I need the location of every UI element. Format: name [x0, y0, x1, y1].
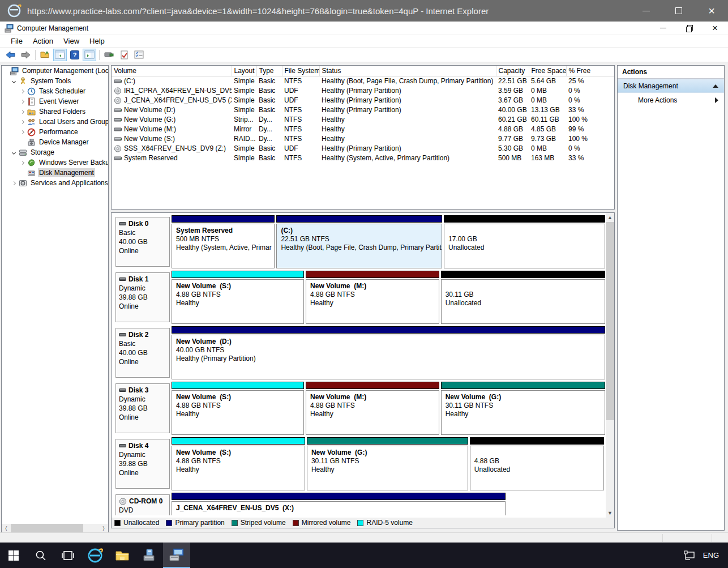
taskbar-computer-management[interactable] [163, 543, 190, 568]
legend-swatch [114, 520, 121, 526]
checklist-icon[interactable] [132, 49, 145, 61]
scroll-right-arrow[interactable]: 〉 [99, 524, 108, 533]
disk-header[interactable]: Disk 1Dynamic39.88 GBOnline [115, 272, 170, 322]
menu-action[interactable]: Action [28, 36, 58, 46]
volume-row[interactable]: IR1_CPRA_X64FREV_EN-US_DV5 (Y:)SimpleBas… [112, 86, 614, 96]
column-header-volume[interactable]: Volume [112, 66, 232, 76]
tree-item-device-manager[interactable]: Device Manager [2, 137, 108, 147]
taskbar-task-view[interactable] [54, 543, 82, 568]
volume-row[interactable]: J_CENA_X64FREV_EN-US_DV5 (X:)SimpleBasic… [112, 96, 614, 105]
menu-help[interactable]: Help [84, 36, 110, 46]
partition-block[interactable]: New Volume (M:)4.88 GB NTFSHealthy [306, 382, 439, 435]
scroll-down-arrow[interactable]: ▼ [606, 509, 614, 518]
collapsed-chevron-icon[interactable] [20, 109, 24, 113]
taskbar-file-explorer[interactable] [109, 543, 136, 568]
partition-block[interactable]: New Volume (G:)30.11 GB NTFSHealthy [307, 437, 468, 490]
partition-block[interactable]: 30.11 GBUnallocated [441, 271, 605, 324]
partition-block[interactable]: New Volume (G:)30.11 GB NTFSHealthy [441, 382, 605, 435]
collapsed-chevron-icon[interactable] [20, 89, 24, 93]
tree-item-services-and-applications[interactable]: Services and Applications [2, 178, 108, 188]
menu-file[interactable]: File [6, 36, 28, 46]
taskbar-internet-explorer[interactable] [82, 543, 109, 568]
forward-arrow-icon[interactable] [19, 49, 32, 61]
column-header--free[interactable]: % Free [566, 66, 614, 76]
collapsed-chevron-icon[interactable] [20, 130, 24, 134]
back-arrow-icon[interactable] [4, 49, 18, 61]
column-header-status[interactable]: Status [319, 66, 496, 76]
menu-view[interactable]: View [58, 36, 84, 46]
tree-item-performance[interactable]: Performance [2, 127, 108, 137]
partition-block[interactable]: 4.88 GBUnallocated [470, 437, 604, 490]
input-indicator-icon[interactable] [684, 550, 696, 561]
app-close-button[interactable]: × [702, 22, 728, 35]
expanded-chevron-icon[interactable] [12, 79, 16, 83]
column-header-file-system[interactable]: File System [282, 66, 319, 76]
expanded-chevron-icon[interactable] [12, 150, 16, 154]
disk-header[interactable]: Disk 4Dynamic39.88 GBOnline [115, 439, 170, 489]
volume-row[interactable]: New Volume (S:)RAID...Dy...NTFSHealthy9.… [112, 134, 614, 144]
scroll-left-arrow[interactable]: 〈 [2, 524, 11, 533]
taskbar-search[interactable] [27, 543, 54, 568]
partition-block[interactable]: (C:)22.51 GB NTFSHealthy (Boot, Page Fil… [276, 215, 442, 268]
app-minimize-button[interactable] [650, 22, 676, 35]
column-header-layout[interactable]: Layout [232, 66, 256, 76]
disk-header[interactable]: Disk 3Dynamic39.88 GBOnline [115, 383, 170, 433]
tree-item-event-viewer[interactable]: Event Viewer [2, 96, 108, 106]
volume-row[interactable]: (C:)SimpleBasicNTFSHealthy (Boot, Page F… [112, 76, 614, 86]
tree-item-storage[interactable]: Storage [2, 147, 108, 157]
taskbar-server-manager[interactable] [136, 543, 163, 568]
tree-item-disk-management[interactable]: Disk Management [2, 168, 108, 178]
partition-block[interactable]: 17.00 GBUnallocated [444, 215, 605, 268]
app-restore-button[interactable] [676, 22, 702, 35]
disk-header[interactable]: Disk 0Basic40.00 GBOnline [115, 217, 170, 267]
collapsed-chevron-icon[interactable] [20, 119, 24, 123]
partition-size: 40.00 GB NTFS [176, 346, 601, 355]
partition-block[interactable]: New Volume (S:)4.88 GB NTFSHealthy [172, 271, 304, 324]
column-header-free-space[interactable]: Free Space [529, 66, 566, 76]
popup-menu-icon[interactable] [102, 49, 116, 61]
partition-block[interactable]: System Reserved500 MB NTFSHealthy (Syste… [172, 215, 275, 268]
partition-block[interactable]: New Volume (M:)4.88 GB NTFSHealthy [306, 271, 439, 324]
export-folder-icon[interactable] [38, 49, 52, 61]
actions-group-disk-management[interactable]: Disk Management [618, 79, 724, 93]
scrollbar-thumb[interactable] [606, 222, 614, 420]
browser-minimize-button[interactable] [629, 0, 662, 22]
disk-header[interactable]: CD-ROM 0DVD3.67 GB [115, 494, 170, 515]
volume-row[interactable]: SSS_X64FREV_EN-US_DV9 (Z:)SimpleBasicUDF… [112, 144, 614, 153]
volume-row[interactable]: New Volume (M:)MirrorDy...NTFSHealthy4.8… [112, 125, 614, 134]
disk-header[interactable]: Disk 2Basic40.00 GBOnline [115, 328, 170, 378]
tree-item-windows-server-backup[interactable]: Windows Server Backup [2, 157, 108, 168]
tree-item-task-scheduler[interactable]: Task Scheduler [2, 86, 108, 96]
tree-item-shared-folders[interactable]: Shared Folders [2, 106, 108, 117]
scroll-up-arrow[interactable]: ▲ [606, 213, 614, 222]
tree-horizontal-scrollbar[interactable]: 〈 〉 [2, 524, 108, 533]
language-indicator[interactable]: ENG [703, 551, 719, 560]
tree-item-computer-management-local[interactable]: Computer Management (Local [2, 66, 108, 76]
taskbar-start[interactable] [0, 543, 27, 568]
collapsed-chevron-icon[interactable] [12, 181, 16, 185]
help-icon[interactable]: ? [68, 49, 82, 61]
collapsed-chevron-icon[interactable] [20, 160, 24, 164]
action-pane-toggle-icon[interactable] [83, 49, 96, 61]
partition-title: (C:) [281, 227, 438, 235]
tree-item-system-tools[interactable]: System Tools [2, 76, 108, 86]
tree-item-local-users-and-groups[interactable]: Local Users and Groups [2, 117, 108, 127]
collapsed-chevron-icon[interactable] [20, 99, 24, 103]
console-tree-toggle-icon[interactable] [53, 49, 67, 61]
column-header-type[interactable]: Type [256, 66, 282, 76]
volume-row[interactable]: New Volume (G:)Strip...Dy...NTFSHealthy6… [112, 115, 614, 125]
cell-free-space: 60.11 GB [529, 115, 566, 125]
browser-maximize-button[interactable] [662, 0, 695, 22]
partition-block[interactable]: New Volume (S:)4.88 GB NTFSHealthy [172, 437, 305, 490]
partition-block[interactable]: J_CENA_X64FREV_EN-US_DV5 (X:) [172, 493, 506, 515]
volume-row[interactable]: System ReservedSimpleBasicNTFSHealthy (S… [112, 153, 614, 163]
volume-row[interactable]: New Volume (D:)SimpleBasicNTFSHealthy (P… [112, 105, 614, 115]
more-actions-item[interactable]: More Actions [618, 93, 724, 108]
browser-close-button[interactable]: × [695, 0, 728, 22]
disk-vertical-scrollbar[interactable]: ▲ ▼ [606, 213, 614, 518]
partition-block[interactable]: New Volume (S:)4.88 GB NTFSHealthy [172, 382, 304, 435]
scrollbar-thumb[interactable] [11, 524, 83, 533]
column-header-capacity[interactable]: Capacity [496, 66, 529, 76]
verify-document-icon[interactable] [117, 49, 131, 61]
partition-block[interactable]: New Volume (D:)40.00 GB NTFSHealthy (Pri… [172, 326, 605, 379]
